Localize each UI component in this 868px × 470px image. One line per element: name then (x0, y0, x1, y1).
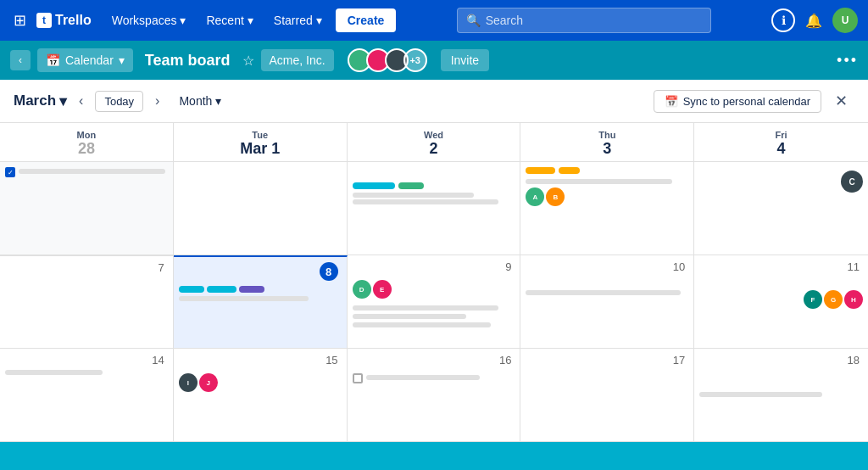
workspaces-menu[interactable]: Workspaces ▾ (105, 8, 193, 32)
collapse-sidebar-button[interactable]: ‹ (10, 50, 31, 70)
starred-menu[interactable]: Starred ▾ (267, 8, 329, 32)
day-header-mon: Mon 28 (0, 123, 174, 162)
trello-logo: t Trello (36, 13, 92, 28)
view-selector[interactable]: Month ▾ (171, 90, 229, 112)
cal-cell-15[interactable]: 15 I J (174, 349, 348, 442)
info-button[interactable]: ℹ (771, 8, 795, 32)
calendar-week-2-header: 7 8 9 D E (0, 255, 868, 349)
board-title: Team board (145, 52, 231, 70)
next-month-button[interactable]: › (150, 90, 164, 112)
calendar-view-button[interactable]: 📅 Calendar ▾ (37, 48, 133, 72)
workspace-tag[interactable]: Acme, Inc. (261, 49, 334, 71)
user-avatar[interactable]: U (832, 8, 858, 33)
cal-cell-16[interactable]: 16 (348, 349, 521, 442)
cal-cell-7-num[interactable]: 7 (0, 255, 174, 349)
avatar-fri-1: C (841, 171, 863, 193)
calendar-header: March ▾ ‹ Today › Month ▾ 📅 Sync to pers… (0, 80, 868, 123)
member-avatars: +3 (348, 48, 427, 72)
month-dropdown-icon: ▾ (59, 92, 67, 110)
cal-cell-9[interactable]: 9 D E (348, 255, 521, 349)
avatar-11-3: H (844, 290, 863, 309)
avatar-9-2: E (373, 280, 392, 299)
today-button[interactable]: Today (95, 91, 143, 112)
trello-logo-text: Trello (55, 13, 92, 28)
cal-cell-8-num[interactable]: 8 (174, 255, 348, 349)
cal-cell-mar1[interactable] (174, 162, 348, 255)
calendar-week-1: A B C (0, 162, 868, 255)
grid-menu-button[interactable]: ⊞ (10, 8, 30, 33)
star-board-button[interactable]: ☆ (242, 53, 254, 69)
more-options-button[interactable]: ••• (837, 52, 858, 70)
calendar-icon: 📅 (46, 53, 60, 67)
close-calendar-button[interactable]: ✕ (828, 88, 854, 114)
view-dropdown-icon: ▾ (215, 94, 221, 108)
top-navigation: ⊞ t Trello Workspaces ▾ Recent ▾ Starred… (0, 0, 868, 41)
cal-cell-3[interactable]: A B (520, 162, 694, 255)
recent-menu[interactable]: Recent ▾ (199, 8, 259, 32)
cal-cell-17[interactable]: 17 (520, 349, 694, 442)
avatar-11-2: G (824, 290, 843, 309)
search-icon: 🔍 (466, 14, 481, 27)
nav-right-actions: ℹ 🔔 U (771, 8, 858, 33)
day-header-wed: Wed 2 (348, 123, 521, 162)
avatar-15-2: J (199, 373, 218, 392)
sync-icon: 📅 (665, 95, 678, 108)
search-box[interactable]: 🔍 Search (457, 8, 711, 33)
day-header-fri: Fri 4 (694, 123, 868, 162)
calendar-container: March ▾ ‹ Today › Month ▾ 📅 Sync to pers… (0, 80, 868, 442)
prev-month-button[interactable]: ‹ (74, 90, 88, 112)
avatar-thu-2: B (546, 187, 565, 206)
create-button[interactable]: Create (336, 8, 397, 32)
trello-logo-icon: t (36, 13, 52, 28)
avatar-9-1: D (353, 280, 371, 299)
calendar-day-headers: Mon 28 Tue Mar 1 Wed 2 Thu 3 Fri 4 (0, 123, 868, 162)
cal-cell-10[interactable]: 10 (520, 255, 694, 349)
invite-button[interactable]: Invite (441, 49, 489, 71)
avatar-11-1: F (804, 290, 822, 309)
day-header-tue: Tue Mar 1 (174, 123, 348, 162)
avatar-thu-1: A (526, 187, 544, 206)
member-count-badge[interactable]: +3 (403, 48, 427, 72)
sync-calendar-button[interactable]: 📅 Sync to personal calendar (654, 90, 821, 113)
cal-cell-28[interactable] (0, 162, 174, 255)
task-checkbox[interactable] (5, 167, 15, 177)
calendar-week-3: 14 15 I J 16 17 18 (0, 349, 868, 442)
day-header-thu: Thu 3 (520, 123, 694, 162)
avatar-15-1: I (179, 373, 198, 392)
cal-cell-11[interactable]: 11 F G H (694, 255, 868, 349)
avatars-row-3: A B (526, 187, 688, 206)
board-navigation: ‹ 📅 Calendar ▾ Team board ☆ Acme, Inc. +… (0, 41, 868, 80)
month-title[interactable]: March ▾ (14, 92, 67, 110)
cal-cell-18[interactable]: 18 (694, 349, 868, 442)
notifications-button[interactable]: 🔔 (802, 9, 826, 32)
cal-cell-2[interactable] (348, 162, 521, 255)
cal-cell-14[interactable]: 14 (0, 349, 174, 442)
cal-cell-4[interactable]: C (694, 162, 868, 255)
